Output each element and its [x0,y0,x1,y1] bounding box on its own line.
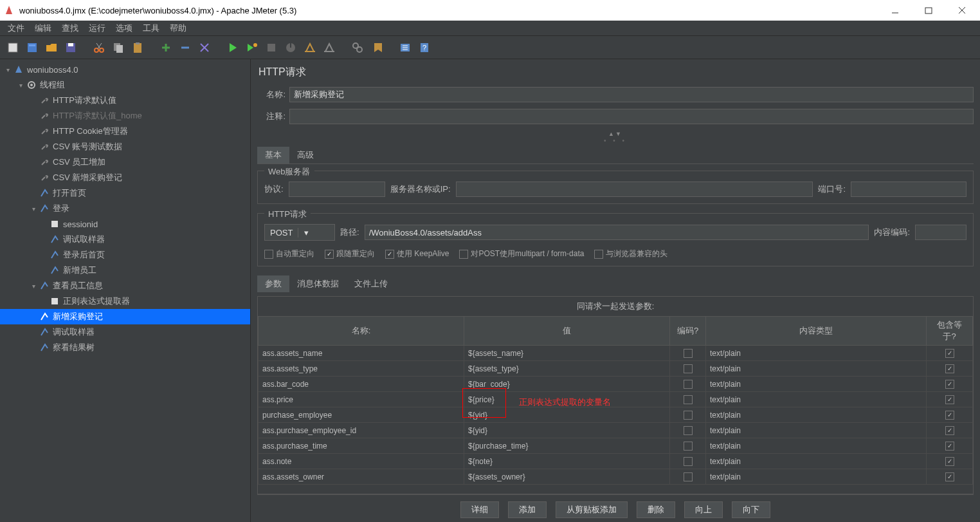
menu-search[interactable]: 查找 [58,21,82,35]
cell-name[interactable]: ass.bar_code [259,377,464,392]
copy-icon[interactable] [111,40,126,55]
cell-encode[interactable] [670,423,706,438]
collapse-handle[interactable]: ▲▼ [257,131,974,137]
start-no-timers-icon[interactable] [244,40,260,55]
subtab-params[interactable]: 参数 [257,275,289,292]
col-type[interactable]: 内容类型 [706,317,927,346]
comment-input[interactable] [289,109,974,124]
stop-icon[interactable] [264,40,279,55]
table-row[interactable]: ass.bar_code ${bar_code} text/plain [259,377,973,392]
maximize-button[interactable] [920,4,938,17]
cell-value[interactable]: ${assets_type} [464,361,670,377]
menu-run[interactable]: 运行 [85,21,109,35]
minimize-button[interactable] [886,4,904,17]
cell-value[interactable]: ${assets_name} [464,346,670,361]
cb-keepalive[interactable]: 使用 KeepAlive [385,248,449,259]
tab-basic[interactable]: 基本 [257,147,289,163]
cell-name[interactable]: ass.purchase_employee_id [259,423,464,438]
cut-icon[interactable] [91,40,107,55]
menu-options[interactable]: 选项 [112,21,136,35]
cell-name[interactable]: ass.purchase_time [259,438,464,454]
cell-value[interactable]: ${purchase_time} [464,438,670,454]
cell-include[interactable] [927,438,973,454]
col-encode[interactable]: 编码? [670,317,706,346]
toggle-icon[interactable] [197,40,212,55]
chevron-down-icon[interactable]: ▾ [15,82,26,89]
function-helper-icon[interactable] [397,40,413,55]
menu-tools[interactable]: 工具 [139,21,163,35]
tree-item[interactable]: 新增员工 [0,263,250,278]
cell-type[interactable]: text/plain [706,361,927,377]
cell-type[interactable]: text/plain [706,454,927,469]
tree-viewemp[interactable]: ▾ 查看员工信息 [0,278,250,294]
cb-autoredirect[interactable]: 自动重定向 [264,248,314,259]
tree-item[interactable]: CSV 账号测试数据 [0,139,250,154]
detail-button[interactable]: 详细 [460,501,499,518]
close-button[interactable] [953,4,971,17]
open-icon[interactable] [44,40,59,55]
subtab-body[interactable]: 消息体数据 [289,275,347,292]
clear-icon[interactable] [302,40,318,55]
start-icon[interactable] [225,40,240,55]
cell-type[interactable]: text/plain [706,438,927,454]
cb-multipart[interactable]: 对POST使用multipart / form-data [459,248,584,259]
cell-name[interactable]: ass.assets_owner [259,469,464,485]
clipboard-button[interactable]: 从剪贴板添加 [556,501,628,518]
tree-item[interactable]: HTTP请求默认值 [0,93,250,108]
cell-encode[interactable] [670,407,706,423]
clear-all-icon[interactable] [322,40,337,55]
tab-advanced[interactable]: 高级 [289,147,322,163]
cell-value[interactable]: ${bar_code} [464,377,670,392]
cell-name[interactable]: ass.note [259,454,464,469]
cell-include[interactable] [927,454,973,469]
cell-include[interactable] [927,361,973,377]
table-row[interactable]: ass.assets_type ${assets_type} text/plai… [259,361,973,377]
port-input[interactable] [851,182,966,197]
tree-item[interactable]: 登录后首页 [0,247,250,263]
menu-edit[interactable]: 编辑 [31,21,55,35]
subtab-file[interactable]: 文件上传 [347,275,395,292]
menu-file[interactable]: 文件 [4,21,28,35]
search-icon[interactable] [350,40,365,55]
tree-item[interactable]: sessionid [0,216,250,232]
tree-item[interactable]: 调试取样器 [0,324,250,340]
tree-item[interactable]: CSV 新增采购登记 [0,170,250,185]
cell-include[interactable] [927,469,973,485]
collapse-icon[interactable] [177,40,193,55]
cell-type[interactable]: text/plain [706,469,927,485]
table-row[interactable]: ass.price ${price} text/plain [259,392,973,407]
cell-include[interactable] [927,407,973,423]
tree-item[interactable]: HTTP请求默认值_home [0,108,250,124]
cell-include[interactable] [927,377,973,392]
save-icon[interactable] [63,40,78,55]
tree-item[interactable]: CSV 员工增加 [0,154,250,170]
cell-value[interactable]: ${assets_owner} [464,469,670,485]
cell-name[interactable]: ass.assets_name [259,346,464,361]
path-input[interactable] [365,225,869,240]
table-row[interactable]: ass.purchase_time ${purchase_time} text/… [259,438,973,454]
cell-include[interactable] [927,346,973,361]
cell-type[interactable]: text/plain [706,407,927,423]
cell-encode[interactable] [670,392,706,407]
cell-type[interactable]: text/plain [706,392,927,407]
menu-help[interactable]: 帮助 [166,21,190,35]
table-row[interactable]: ass.note ${note} text/plain [259,454,973,469]
tree-selected-item[interactable]: 新增采购登记 [0,309,250,324]
cell-type[interactable]: text/plain [706,423,927,438]
cell-encode[interactable] [670,454,706,469]
add-button[interactable]: 添加 [508,501,547,518]
col-include[interactable]: 包含等于? [927,317,973,346]
cell-encode[interactable] [670,361,706,377]
cell-value[interactable]: ${price} [464,392,670,407]
cell-include[interactable] [927,423,973,438]
help-icon[interactable]: ? [417,40,432,55]
method-select[interactable]: POST ▾ [264,224,335,241]
tree-item[interactable]: 打开首页 [0,185,250,201]
cb-browser[interactable]: 与浏览器兼容的头 [594,248,667,259]
tree-item[interactable]: HTTP Cookie管理器 [0,124,250,139]
cell-encode[interactable] [670,469,706,485]
table-row[interactable]: ass.assets_owner ${assets_owner} text/pl… [259,469,973,485]
tree-item[interactable]: 察看结果树 [0,340,250,355]
shutdown-icon[interactable] [283,40,298,55]
chevron-down-icon[interactable]: ▾ [28,205,39,212]
